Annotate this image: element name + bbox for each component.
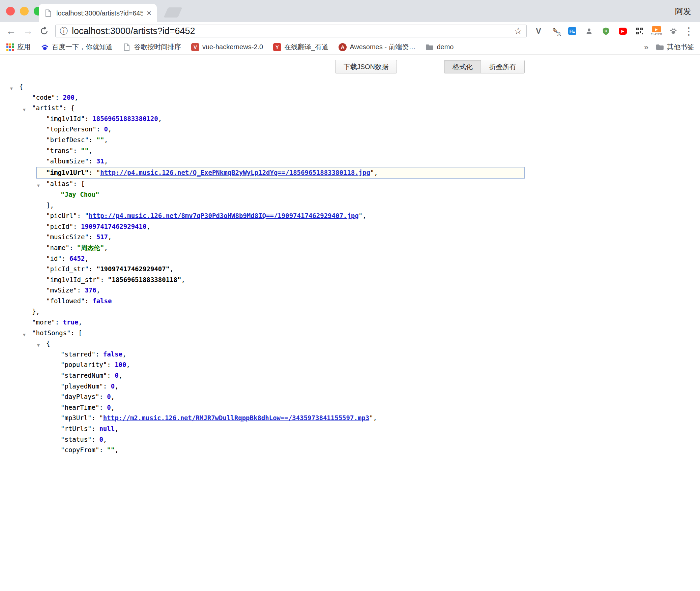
paw-extension-icon[interactable] [668,24,679,38]
json-token-p: : [95,350,103,358]
json-token-key: "more" [32,318,55,326]
minimize-window-button[interactable] [20,7,29,15]
json-token-null: null [99,425,115,432]
json-token-num: 0 [115,372,118,379]
bookmarks-bar: 应用百度一下，你就知道谷歌按时间排序Vvue-hackernews-2.0Y在线… [0,40,700,55]
bookmark-item[interactable]: Vvue-hackernews-2.0 [191,43,263,51]
bookmark-item[interactable]: Y在线翻译_有道 [273,42,328,52]
json-token-p: : [55,318,63,326]
json-token-key: "status" [61,436,92,443]
json-url-link[interactable]: http://p4.music.126.net/Q_ExePNkmqB2yWyL… [100,169,370,176]
back-icon[interactable]: ← [6,26,16,36]
json-token-num: 100 [115,361,126,368]
json-token-key: "hearTime" [61,404,99,411]
vimium-extension-icon[interactable]: V [533,24,544,38]
user-extension-icon[interactable] [583,24,595,38]
json-line: "hearTime": 0, [10,402,525,413]
bookmark-item[interactable]: AAwesomes - 前端资… [339,42,415,52]
json-token-key: "followed" [46,297,85,305]
json-url-link[interactable]: http://p4.music.126.net/8mv7qP30Pd3oHW8b… [89,212,359,219]
other-bookmarks[interactable]: 其他书签 [656,42,694,52]
json-token-key: "code" [32,94,55,101]
bookmark-item[interactable]: 应用 [6,42,31,52]
json-line: "mvSize": 376, [10,285,525,296]
bookmark-item[interactable]: 谷歌按时间排序 [123,42,181,52]
url-text[interactable]: localhost:3000/artists?id=6452 [72,26,510,36]
json-token-num: 0 [107,404,111,411]
json-token-p: , [111,404,115,411]
json-token-p: , [108,125,112,133]
bookmark-item[interactable]: demo [426,43,454,51]
json-token-key: "albumSize" [46,157,89,165]
json-token-p: , [146,223,150,230]
json-token-p: : [77,212,85,219]
json-token-strd: "19097417462929407" [96,265,170,273]
baidu-paw-icon [41,43,49,51]
address-bar[interactable]: ⓘ localhost:3000/artists?id=6452 ☆ [55,25,527,37]
json-token-bool: false [103,350,122,358]
json-token-p: " [96,169,100,176]
reload-icon[interactable] [40,27,49,35]
tab-title: localhost:3000/artists?id=645 [56,9,143,17]
json-token-key: "picId" [46,223,73,230]
json-token-strd: "18569651883380118" [108,276,181,283]
json-token-p: : [99,404,107,411]
site-info-icon[interactable]: ⓘ [60,26,68,36]
json-token-p: : [100,276,108,283]
translate-pen-extension-icon[interactable]: ✎英 [550,24,561,38]
json-token-p: , [104,157,108,165]
forward-icon[interactable]: → [23,26,33,36]
json-line: ▼{ [10,82,525,92]
json-token-p: , [111,393,115,400]
awesomes-icon: A [339,43,347,51]
json-line: "followed": false [10,296,525,307]
json-token-p: , [104,136,108,144]
json-token-p: : [92,414,99,422]
json-token-p: : [92,436,99,443]
bookmark-item[interactable]: 百度一下，你就知道 [41,42,113,52]
json-token-p: : [55,94,63,101]
json-token-num: 19097417462929410 [81,223,146,230]
vue-hackernews-icon: V [191,43,199,51]
json-token-key: "starred" [61,350,95,358]
json-token-p: : [85,115,92,122]
json-line: "starredNum": 0, [10,370,525,381]
json-line: "mp3Url": "http://m2.music.126.net/RMJR7… [10,413,525,424]
json-line: "musicSize": 517, [10,232,525,243]
json-token-p: : [89,233,96,241]
youtube-extension-icon[interactable]: ▶ [617,24,629,38]
json-token-key: "topicPerson" [46,125,96,133]
format-button[interactable]: 格式化 [444,60,481,73]
collapse-all-button[interactable]: 折叠所有 [481,60,525,73]
browser-tab[interactable]: localhost:3000/artists?id=645 × [39,4,157,22]
qrcode-extension-icon[interactable] [634,24,645,38]
json-token-p: , [158,115,162,122]
json-token-p: : [77,286,85,294]
page-favicon-icon [44,9,52,17]
bookmarks-overflow-icon[interactable]: » [644,42,648,52]
adguard-shield-extension-icon: U [602,27,610,35]
traffic-lights [6,7,42,15]
json-line: "topicPerson": 0, [10,124,525,135]
download-json-button[interactable]: 下载JSON数据 [335,60,397,73]
json-line: "starred": false, [10,349,525,360]
json-url-link[interactable]: http://m2.music.126.net/RMJR7wDullRqppBk… [103,414,369,422]
json-line: "picId_str": "19097417462929407", [10,264,525,275]
json-token-key: "briefDesc" [46,136,89,144]
tab-close-icon[interactable]: × [147,9,151,17]
json-token-p: , [119,372,122,379]
browser-menu-icon[interactable]: ⋮ [684,25,694,37]
close-window-button[interactable] [6,7,15,15]
json-token-key: "id" [46,255,62,262]
profile-name[interactable]: 阿发 [675,6,691,17]
json-viewer-page: 下载JSON数据 格式化 折叠所有 ▼{"code": 200,▼"artist… [10,55,525,456]
json-token-p: , [75,94,78,101]
json-line: "name": "周杰伦", [10,243,525,253]
new-tab-button[interactable] [164,7,182,18]
fehelper-extension-icon[interactable]: FE [566,24,578,38]
bookmark-star-icon[interactable]: ☆ [514,26,522,36]
player-extension-icon[interactable]: ▶PLAYER [651,24,662,38]
json-line: ], [10,200,525,211]
json-token-p: : [89,157,96,165]
adguard-shield-extension-icon[interactable]: U [600,24,612,38]
